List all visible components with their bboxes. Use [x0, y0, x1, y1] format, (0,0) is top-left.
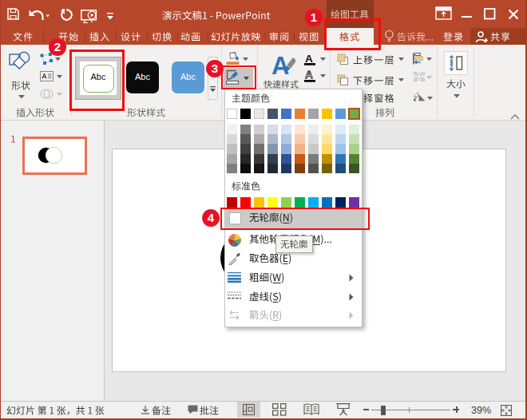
svg-text:A: A [271, 52, 289, 78]
svg-text:A: A [305, 69, 313, 81]
svg-text:A: A [305, 53, 313, 65]
